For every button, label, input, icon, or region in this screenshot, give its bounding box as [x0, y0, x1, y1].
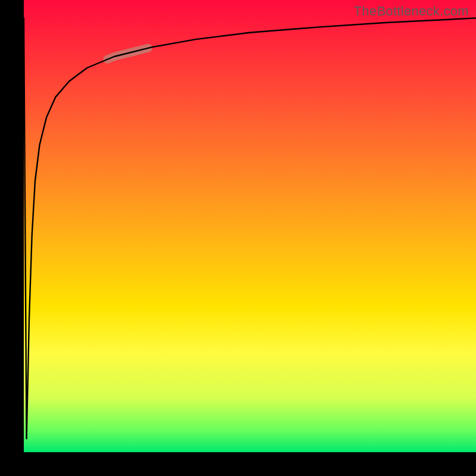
axis-left-border	[0, 0, 24, 476]
axis-bottom-border	[0, 452, 476, 476]
chart-stage: TheBottleneck.com	[0, 0, 476, 476]
highlight-segment	[108, 48, 148, 60]
main-curve	[24, 18, 476, 439]
plot-area: TheBottleneck.com	[24, 0, 476, 452]
curve-layer	[24, 0, 476, 452]
watermark-text: TheBottleneck.com	[354, 4, 469, 19]
